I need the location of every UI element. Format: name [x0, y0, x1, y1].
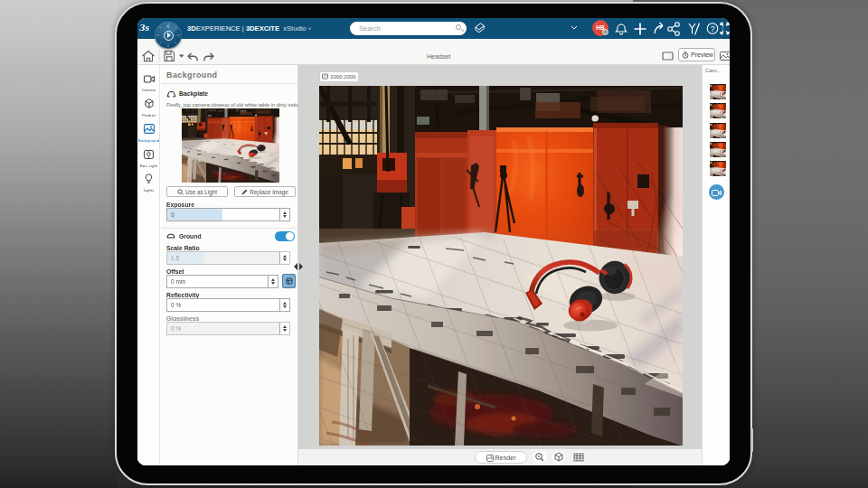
svg-text:?: ?	[711, 24, 715, 33]
